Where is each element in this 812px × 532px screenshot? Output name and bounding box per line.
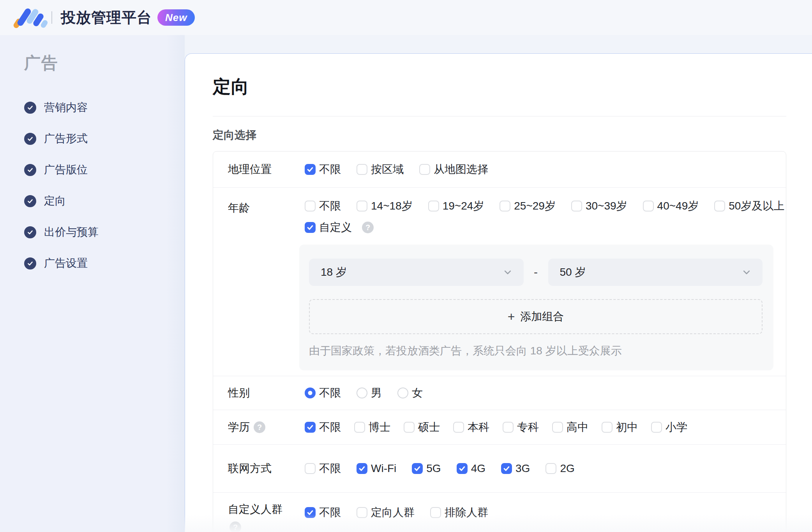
radio-button[interactable] (357, 388, 367, 398)
checkbox-option[interactable]: 定向人群 (357, 505, 415, 520)
sidebar-item-ad-placement[interactable]: 广告版位 (24, 162, 185, 178)
checkbox-label: 2G (560, 462, 574, 475)
radio-option[interactable]: 女 (397, 386, 423, 400)
check-icon (358, 465, 366, 472)
age-from-select[interactable]: 18 岁 (309, 259, 524, 286)
checkbox[interactable] (552, 422, 563, 433)
completed-check-icon (24, 102, 36, 114)
checkbox[interactable] (714, 201, 725, 211)
checkbox-option[interactable]: 专科 (503, 420, 539, 435)
checkbox[interactable] (357, 463, 367, 474)
add-combination-button[interactable]: + 添加组合 (309, 299, 763, 334)
checkbox[interactable] (305, 201, 316, 211)
checkbox-option[interactable]: 按区域 (357, 162, 404, 177)
checkbox[interactable] (404, 422, 415, 433)
checkbox[interactable] (571, 201, 582, 211)
checkbox[interactable] (457, 463, 468, 474)
checkbox[interactable] (500, 201, 510, 211)
checkbox[interactable] (651, 422, 662, 433)
checkbox-option[interactable]: 高中 (552, 420, 588, 435)
checkbox-option[interactable]: 19~24岁 (428, 199, 484, 213)
checkbox-option[interactable]: 14~18岁 (357, 199, 413, 213)
main-panel: 定向 定向选择 地理位置 不限 按区域 从地图选择 (185, 53, 812, 532)
checkbox[interactable] (503, 422, 514, 433)
checkbox[interactable] (357, 164, 367, 175)
checkbox[interactable] (305, 507, 316, 518)
sidebar-item-ad-settings[interactable]: 广告设置 (24, 255, 185, 271)
plus-icon: + (508, 310, 515, 323)
checkbox[interactable] (430, 507, 441, 518)
radio-option[interactable]: 不限 (305, 386, 341, 400)
sidebar-item-targeting[interactable]: 定向 (24, 193, 185, 209)
checkbox[interactable] (357, 507, 367, 518)
checkbox-option[interactable]: 初中 (602, 420, 638, 435)
sidebar-item-marketing-content[interactable]: 营销内容 (24, 100, 185, 115)
checkbox-option[interactable]: Wi-Fi (357, 462, 396, 475)
row-age: 年龄 不限 14~18岁 19~24岁 (213, 188, 786, 376)
checkbox-option[interactable]: 小学 (651, 420, 687, 435)
age-to-select[interactable]: 50 岁 (548, 259, 763, 286)
checkbox-option[interactable]: 2G (545, 462, 574, 475)
checkbox-label: 40~49岁 (657, 199, 699, 213)
checkbox-label: 4G (471, 462, 485, 475)
help-icon[interactable]: ? (229, 521, 241, 532)
radio-option[interactable]: 男 (357, 386, 382, 400)
checkbox[interactable] (501, 463, 512, 474)
checkbox-option[interactable]: 50岁及以上 (714, 199, 784, 213)
radio-label: 男 (371, 386, 382, 400)
radio-button[interactable] (305, 388, 316, 398)
checkbox[interactable] (305, 222, 316, 233)
checkbox-option-custom-age[interactable]: 自定义 (305, 220, 352, 235)
checkbox-option[interactable]: 4G (457, 462, 485, 475)
add-combination-label: 添加组合 (520, 309, 564, 324)
sidebar-item-bid-budget[interactable]: 出价与预算 (24, 224, 185, 240)
checkbox-label: 排除人群 (445, 505, 488, 520)
sidebar-item-ad-format[interactable]: 广告形式 (24, 131, 185, 146)
checkbox-label: 19~24岁 (443, 199, 484, 213)
checkbox[interactable] (305, 422, 316, 433)
checkbox-option[interactable]: 不限 (305, 505, 341, 520)
check-icon (413, 465, 421, 472)
checkbox-option[interactable]: 排除人群 (430, 505, 488, 520)
checkbox[interactable] (354, 422, 365, 433)
checkbox-option[interactable]: 不限 (305, 420, 341, 435)
title-divider (213, 116, 786, 116)
row-label: 学历 (228, 420, 250, 435)
sidebar-section-title: 广告 (24, 52, 185, 74)
check-icon (306, 166, 314, 173)
help-icon[interactable]: ? (254, 421, 265, 433)
checkbox-label: 按区域 (371, 162, 404, 177)
checkbox-option[interactable]: 5G (412, 462, 441, 475)
checkbox[interactable] (305, 463, 316, 474)
checkbox-option[interactable]: 30~39岁 (571, 199, 627, 213)
checkbox[interactable] (643, 201, 654, 211)
radio-button[interactable] (397, 388, 408, 398)
checkbox-option[interactable]: 博士 (354, 420, 390, 435)
checkbox-option[interactable]: 40~49岁 (643, 199, 699, 213)
checkbox[interactable] (412, 463, 423, 474)
check-icon (306, 224, 314, 231)
completed-check-icon (24, 226, 36, 238)
checkbox[interactable] (545, 463, 556, 474)
checkbox-label: 本科 (468, 420, 489, 435)
check-icon (306, 423, 314, 431)
checkbox[interactable] (428, 201, 439, 211)
checkbox-option[interactable]: 硕士 (404, 420, 440, 435)
check-icon (306, 509, 314, 516)
checkbox-option[interactable]: 3G (501, 462, 530, 475)
checkbox[interactable] (602, 422, 613, 433)
checkbox-option[interactable]: 25~29岁 (500, 199, 556, 213)
checkbox[interactable] (453, 422, 464, 433)
checkbox-option[interactable]: 本科 (453, 420, 489, 435)
checkbox-option[interactable]: 不限 (305, 162, 341, 177)
checkbox[interactable] (357, 201, 367, 211)
checkbox[interactable] (419, 164, 430, 175)
checkbox-label: 自定义 (319, 220, 352, 235)
checkbox-option[interactable]: 从地图选择 (419, 162, 488, 177)
app-title: 投放管理平台 (61, 8, 152, 28)
checkbox-option[interactable]: 不限 (305, 199, 341, 213)
checkbox-option[interactable]: 不限 (305, 461, 341, 476)
checkbox-label: 14~18岁 (371, 199, 413, 213)
help-icon[interactable]: ? (362, 222, 374, 233)
checkbox[interactable] (305, 164, 316, 175)
